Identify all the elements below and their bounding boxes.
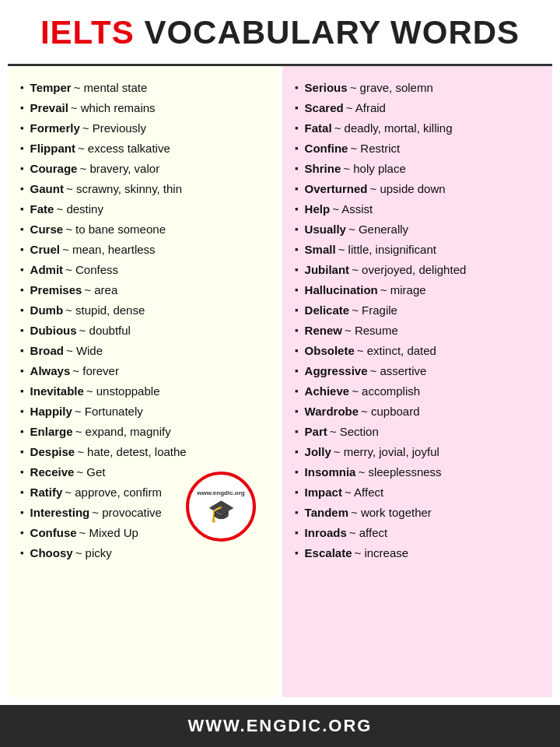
list-item: Despise ~ hate, detest, loathe — [20, 443, 268, 461]
list-item: Always ~ forever — [20, 362, 268, 381]
list-item: Serious ~ grave, solemn — [295, 79, 543, 97]
list-item: Aggressive ~ assertive — [295, 362, 543, 381]
page-title: IELTS VOCABULARY WORDS — [8, 14, 552, 51]
right-word-list: Serious ~ grave, solemnScared ~ AfraidFa… — [295, 79, 543, 563]
right-column: Serious ~ grave, solemnScared ~ AfraidFa… — [282, 66, 552, 697]
list-item: Overturned ~ upside down — [295, 180, 543, 198]
list-item: Fate ~ destiny — [20, 200, 268, 219]
list-item: Prevail ~ which remains — [20, 99, 268, 117]
list-item: Broad ~ Wide — [20, 342, 268, 360]
list-item: Flippant ~ excess talkative — [20, 139, 268, 158]
list-item: Hallucination ~ mirage — [295, 281, 543, 300]
list-item: Admit ~ Confess — [20, 261, 268, 279]
list-item: Achieve ~ accomplish — [295, 382, 543, 401]
list-item: Jubilant ~ overjoyed, delighted — [295, 261, 543, 279]
list-item: Escalate ~ increase — [295, 544, 543, 563]
list-item: Delicate ~ Fragile — [295, 301, 543, 320]
list-item: Cruel ~ mean, heartless — [20, 240, 268, 259]
list-item: Usually ~ Generally — [295, 220, 543, 239]
list-item: Jolly ~ merry, jovial, joyful — [295, 443, 543, 461]
list-item: Gaunt ~ scrawny, skinny, thin — [20, 180, 268, 198]
title-rest: VOCABULARY WORDS — [135, 14, 520, 51]
graduation-icon: 🎓 — [208, 498, 235, 524]
list-item: Happily ~ Fortunately — [20, 402, 268, 421]
list-item: Scared ~ Afraid — [295, 99, 543, 117]
footer: WWW.ENGDIC.ORG — [0, 705, 560, 747]
list-item: Part ~ Section — [295, 423, 543, 441]
main-content: Temper ~ mental statePrevail ~ which rem… — [0, 66, 560, 705]
list-item: Formerly ~ Previously — [20, 119, 268, 138]
list-item: Enlarge ~ expand, magnify — [20, 423, 268, 441]
list-item: Choosy ~ picky — [20, 544, 268, 563]
list-item: Obsolete ~ extinct, dated — [295, 342, 543, 360]
ielts-label: IELTS — [40, 14, 135, 51]
list-item: Curse ~ to bane someone — [20, 220, 268, 239]
list-item: Tandem ~ work together — [295, 503, 543, 522]
list-item: Shrine ~ holy place — [295, 160, 543, 178]
list-item: Temper ~ mental state — [20, 79, 268, 97]
list-item: Renew ~ Resume — [295, 321, 543, 340]
list-item: Wardrobe ~ cupboard — [295, 402, 543, 421]
list-item: Inroads ~ affect — [295, 524, 543, 542]
list-item: Confine ~ Restrict — [295, 139, 543, 158]
list-item: Courage ~ bravery, valor — [20, 160, 268, 178]
list-item: Insomnia ~ sleeplessness — [295, 463, 543, 482]
list-item: Inevitable ~ unstoppable — [20, 382, 268, 401]
list-item: Premises ~ area — [20, 281, 268, 300]
list-item: Small ~ little, insignificant — [295, 240, 543, 259]
list-item: Dubious ~ doubtful — [20, 321, 268, 340]
left-column: Temper ~ mental statePrevail ~ which rem… — [8, 66, 278, 697]
list-item: Impact ~ Affect — [295, 483, 543, 502]
header: IELTS VOCABULARY WORDS — [0, 0, 560, 59]
logo-text: www.engdic.org — [197, 489, 244, 497]
footer-url: WWW.ENGDIC.ORG — [11, 716, 549, 736]
list-item: Fatal ~ deadly, mortal, killing — [295, 119, 543, 138]
list-item: Dumb ~ stupid, dense — [20, 301, 268, 320]
logo-circle: www.engdic.org 🎓 — [186, 472, 256, 542]
list-item: Help ~ Assist — [295, 200, 543, 219]
